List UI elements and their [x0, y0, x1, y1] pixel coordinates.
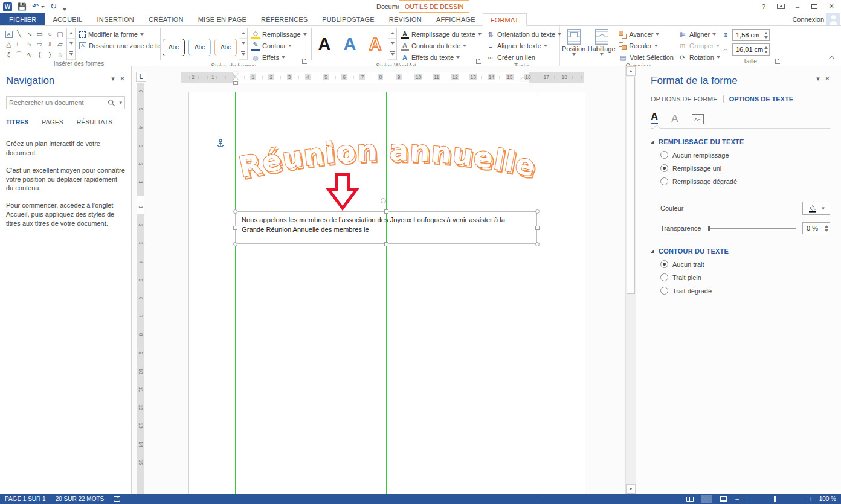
zoom-slider[interactable]: [746, 499, 803, 499]
gallery-up-icon[interactable]: [239, 28, 247, 39]
shape-gallery-item-4[interactable]: ○: [48, 30, 52, 39]
radio-icon-checked[interactable]: [660, 260, 668, 268]
rotation-button[interactable]: ⟳ Rotation: [677, 52, 721, 63]
resize-handle-n[interactable]: [384, 209, 388, 214]
habillage-button[interactable]: Habillage: [588, 28, 615, 56]
right-indent-marker[interactable]: [520, 77, 526, 81]
tab-fichier[interactable]: FICHIER: [0, 13, 45, 25]
tab-format[interactable]: FORMAT: [483, 13, 527, 26]
text-effects-icon[interactable]: A: [671, 113, 678, 124]
save-icon[interactable]: 💾: [18, 2, 27, 11]
tab-accueil[interactable]: ACCUEIL: [45, 13, 89, 25]
collapse-triangle-icon[interactable]: [651, 140, 654, 144]
wordart-style-black[interactable]: A: [312, 29, 337, 59]
option-trait-plein[interactable]: Trait plein: [660, 273, 830, 281]
collapse-ribbon-icon[interactable]: [829, 56, 835, 62]
gallery-down-icon[interactable]: [239, 39, 247, 49]
radio-icon[interactable]: [660, 151, 668, 159]
shape-gallery-item-17[interactable]: ☆: [57, 50, 63, 59]
tab-pages[interactable]: PAGES: [42, 116, 71, 129]
zoom-out-button[interactable]: −: [735, 495, 740, 503]
gallery-more-icon[interactable]: [388, 49, 396, 60]
wordart-style-orange[interactable]: A: [362, 29, 388, 59]
account-avatar[interactable]: [826, 13, 840, 25]
dialog-launcher-icon[interactable]: [302, 59, 307, 64]
textbox-layout-icon[interactable]: A≡: [692, 114, 704, 124]
largeur-forme-field[interactable]: ⇔ 16,01 cm: [720, 43, 771, 56]
shape-gallery-item-14[interactable]: ∿: [27, 50, 32, 59]
zoom-in-button[interactable]: +: [809, 495, 813, 503]
gallery-down-icon[interactable]: [67, 39, 75, 49]
wordart-style-blue[interactable]: A: [337, 29, 362, 59]
close-button[interactable]: ✕: [824, 1, 839, 11]
pane-options-caret-icon[interactable]: ▾: [816, 75, 820, 83]
dessiner-zone-texte-button[interactable]: A Dessiner une zone de texte: [78, 40, 171, 51]
resize-handle-s[interactable]: [384, 242, 388, 246]
wordart-reunion-annuelle[interactable]: Réunion annuelle Réunion annuelle: [238, 134, 540, 187]
shape-gallery-item-1[interactable]: ╲: [17, 30, 21, 39]
zoom-slider-thumb[interactable]: [774, 496, 776, 502]
close-pane-icon[interactable]: ✕: [120, 75, 125, 83]
tab-titres[interactable]: TITRES: [6, 116, 36, 129]
tab-creation[interactable]: CRÉATION: [141, 13, 191, 25]
tab-options-de-forme[interactable]: OPTIONS DE FORME: [651, 95, 718, 103]
text-box-content[interactable]: Nous appelons les membres de l’associati…: [242, 215, 524, 234]
remplissage-forme-button[interactable]: ◇ Remplissage: [250, 29, 308, 40]
shape-style-blue[interactable]: Abc: [188, 39, 211, 56]
collapse-triangle-icon[interactable]: [651, 249, 654, 253]
shape-gallery-item-0[interactable]: A: [5, 31, 13, 38]
first-line-indent-marker[interactable]: [233, 72, 239, 76]
volet-selection-button[interactable]: ▤ Volet Sélection: [617, 52, 675, 63]
pane-options-caret-icon[interactable]: ▾: [111, 75, 115, 83]
h-ruler[interactable]: 21123456789101112131415161718: [181, 72, 584, 83]
orientation-texte-button[interactable]: ⇅ Orientation du texte: [485, 29, 562, 40]
resize-handle-ne[interactable]: [535, 209, 540, 214]
option-trait-degrade[interactable]: Trait dégradé: [660, 287, 830, 295]
shape-gallery-item-6[interactable]: △: [6, 40, 11, 49]
customize-qat-icon[interactable]: [62, 7, 68, 7]
redo-icon[interactable]: ↻: [50, 2, 57, 11]
v-ruler[interactable]: 654321123456789101112131415: [137, 83, 144, 494]
transparence-value-field[interactable]: 0 %: [802, 222, 830, 234]
scroll-up-icon[interactable]: [626, 66, 636, 76]
remplissage-texte-button[interactable]: A Remplissage du texte: [399, 29, 483, 40]
tab-stop-selector[interactable]: L: [136, 72, 146, 82]
contour-texte-button[interactable]: A Contour du texte: [399, 40, 483, 51]
option-remplissage-uni[interactable]: Remplissage uni: [660, 164, 830, 172]
slider-thumb[interactable]: [708, 226, 710, 231]
resize-handle-se[interactable]: [535, 242, 540, 246]
aligner-objets-button[interactable]: ⊫ Aligner: [677, 29, 721, 40]
search-icon[interactable]: [108, 99, 115, 107]
option-aucun-trait[interactable]: Aucun trait: [660, 260, 830, 268]
gallery-more-icon[interactable]: [67, 49, 75, 60]
radio-icon[interactable]: [660, 273, 668, 281]
search-options-caret-icon[interactable]: ▾: [119, 100, 122, 106]
document-canvas[interactable]: L 21123456789101112131415161718 65432112…: [132, 66, 625, 494]
effets-texte-button[interactable]: A Effets du texte: [399, 52, 483, 63]
creer-lien-button[interactable]: ∞ Créer un lien: [485, 52, 562, 63]
effets-forme-button[interactable]: ◍ Effets: [250, 52, 308, 63]
tab-revision[interactable]: RÉVISION: [382, 13, 429, 25]
shape-gallery-item-13[interactable]: ⌒: [16, 50, 22, 59]
shape-gallery-item-12[interactable]: ζ: [7, 50, 10, 59]
web-layout-button[interactable]: [718, 495, 729, 503]
shape-gallery-item-7[interactable]: ∟: [16, 40, 22, 49]
shape-gallery-item-5[interactable]: ▢: [57, 30, 63, 39]
shape-style-black[interactable]: Abc: [163, 39, 185, 56]
undo-icon[interactable]: ↶: [32, 2, 39, 11]
grouper-button[interactable]: ⊞ Grouper: [677, 40, 721, 51]
tab-insertion[interactable]: INSERTION: [90, 13, 142, 25]
hauteur-forme-field[interactable]: ⇕ 1,58 cm: [720, 29, 771, 41]
shape-gallery-item-16[interactable]: }: [49, 50, 51, 59]
contour-forme-button[interactable]: ✎ Contour: [250, 40, 308, 51]
gallery-more-icon[interactable]: [239, 49, 247, 60]
shape-gallery-item-2[interactable]: ↘: [27, 30, 32, 39]
reculer-button[interactable]: Reculer: [617, 40, 675, 51]
minimize-button[interactable]: –: [790, 1, 805, 11]
read-mode-button[interactable]: [685, 495, 695, 503]
search-input[interactable]: [9, 99, 108, 106]
tab-mise-en-page[interactable]: MISE EN PAGE: [191, 13, 254, 25]
option-aucun-remplissage[interactable]: Aucun remplissage: [660, 151, 830, 159]
tab-resultats[interactable]: RÉSULTATS: [77, 116, 120, 129]
shape-gallery-item-10[interactable]: ⇩: [47, 40, 53, 49]
